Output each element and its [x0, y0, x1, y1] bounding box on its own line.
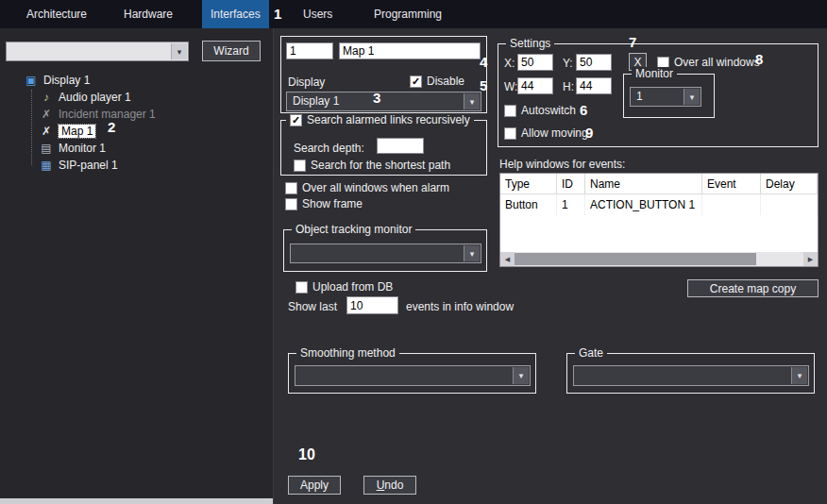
checkbox-unchecked-icon[interactable]	[504, 127, 516, 140]
annotation-2: 2	[108, 119, 115, 135]
tree-horizontal-scrollbar[interactable]	[0, 498, 273, 504]
column-header-event[interactable]: Event	[702, 174, 761, 193]
y-coordinate-field[interactable]	[576, 54, 612, 71]
disable-checkbox-label: Disable	[427, 75, 464, 88]
w-label: W:	[504, 80, 517, 93]
gate-combo[interactable]	[573, 365, 809, 386]
tree-item-label: Audio player 1	[59, 91, 131, 104]
search-depth-field[interactable]	[377, 138, 424, 154]
chevron-down-icon[interactable]	[171, 43, 187, 59]
monitor-combo-value: 1	[636, 90, 682, 103]
monitor-combo[interactable]: 1	[630, 87, 701, 107]
upload-from-db-label: Upload from DB	[312, 280, 393, 294]
column-header-id[interactable]: ID	[557, 174, 585, 193]
create-map-copy-button[interactable]: Create map copy	[687, 279, 819, 297]
show-frame-checkbox[interactable]: Show frame	[285, 197, 363, 210]
tree-item-audio-player-1[interactable]: Audio player 1	[25, 89, 266, 106]
annotation-5: 5	[480, 77, 487, 93]
object-tracking-combo[interactable]	[290, 244, 481, 263]
over-all-when-alarm-label: Over all windows when alarm	[302, 181, 449, 194]
height-field[interactable]	[576, 77, 612, 94]
shortest-path-checkbox[interactable]: Search for the shortest path	[294, 159, 450, 172]
app-window: Architecture Hardware Interfaces Users P…	[0, 0, 827, 504]
display-label: Display	[288, 76, 325, 89]
column-header-name[interactable]: Name	[585, 174, 702, 193]
autoswitch-checkbox[interactable]: Autoswitch	[504, 104, 576, 117]
checkbox-unchecked-icon[interactable]	[295, 281, 308, 294]
cell-id: 1	[557, 194, 585, 215]
tree-item-incident-manager-1[interactable]: Incident manager 1	[25, 106, 266, 123]
display-combo[interactable]: Display 1	[286, 92, 481, 111]
undo-rest: ndo	[384, 479, 403, 492]
monitor-groupbox: Monitor 1	[623, 74, 715, 118]
smoothing-method-groupbox: Smoothing method	[288, 353, 536, 394]
gate-group-title: Gate	[575, 346, 607, 361]
scroll-right-icon[interactable]	[803, 252, 818, 266]
show-frame-label: Show frame	[302, 197, 363, 210]
tab-bar: Architecture Hardware Interfaces Users P…	[0, 0, 827, 28]
tree-item-display-1[interactable]: Display 1	[25, 72, 266, 89]
shortest-path-label: Search for the shortest path	[311, 159, 450, 172]
identity-groupbox: Display Disable Display 1	[280, 36, 487, 113]
chevron-down-icon[interactable]	[791, 367, 807, 384]
column-header-delay[interactable]: Delay	[761, 174, 818, 193]
object-tracking-groupbox: Object tracking monitor	[283, 229, 487, 272]
checkbox-unchecked-icon[interactable]	[285, 198, 297, 210]
object-name-field[interactable]	[339, 42, 481, 59]
y-label: Y:	[563, 57, 573, 70]
checkbox-unchecked-icon[interactable]	[504, 105, 516, 117]
table-row[interactable]: Button 1 ACTION_BUTTON 1	[500, 194, 818, 215]
object-id-field[interactable]	[286, 42, 333, 59]
checkbox-unchecked-icon[interactable]	[294, 160, 306, 172]
column-header-type[interactable]: Type	[500, 174, 557, 193]
object-tracking-group-title: Object tracking monitor	[292, 223, 415, 237]
checkbox-checked-icon[interactable]	[410, 76, 422, 88]
allow-moving-checkbox[interactable]: Allow moving	[504, 126, 588, 140]
show-last-field[interactable]	[346, 296, 398, 314]
tree-item-monitor-1[interactable]: Monitor 1	[25, 140, 266, 157]
display-icon	[25, 74, 38, 87]
tab-hardware[interactable]: Hardware	[115, 0, 181, 28]
tab-users[interactable]: Users	[295, 0, 341, 28]
checkbox-checked-icon[interactable]	[290, 114, 302, 126]
events-in-info-window-label: events in info window	[406, 300, 514, 313]
undo-mnemonic: U	[377, 479, 385, 492]
object-select-combo[interactable]	[6, 42, 189, 61]
table-horizontal-scrollbar[interactable]	[500, 252, 818, 266]
chevron-down-icon[interactable]	[464, 245, 480, 261]
scrollbar-thumb[interactable]	[515, 253, 756, 265]
monitor-icon	[40, 142, 53, 155]
tree-item-sip-panel-1[interactable]: SIP-panel 1	[25, 157, 266, 174]
sip-panel-icon	[40, 159, 53, 172]
disable-checkbox[interactable]: Disable	[410, 75, 464, 88]
over-all-when-alarm-checkbox[interactable]: Over all windows when alarm	[285, 181, 449, 194]
x-coordinate-field[interactable]	[517, 54, 553, 71]
events-table-header: Type ID Name Event Delay	[500, 174, 818, 194]
tab-interfaces[interactable]: Interfaces	[202, 0, 269, 28]
search-alarmed-links-checkbox[interactable]: Search alarmed links recursively	[286, 113, 474, 126]
scroll-left-icon[interactable]	[500, 252, 515, 266]
checkbox-unchecked-icon[interactable]	[285, 182, 297, 194]
annotation-1: 1	[274, 6, 281, 22]
smoothing-method-combo[interactable]	[295, 365, 531, 386]
undo-button[interactable]: Undo	[363, 476, 416, 495]
tree-item-label: SIP-panel 1	[59, 159, 118, 172]
cell-name: ACTION_BUTTON 1	[585, 194, 702, 215]
settings-groupbox: Settings X: Y: X Over all windows W: H: …	[498, 43, 819, 147]
annotation-9: 9	[585, 125, 593, 141]
tab-programming[interactable]: Programming	[365, 0, 450, 28]
events-table: Type ID Name Event Delay Button 1 ACTION…	[499, 173, 819, 267]
wizard-button[interactable]: Wizard	[202, 41, 261, 61]
tab-architecture[interactable]: Architecture	[18, 0, 95, 28]
search-links-groupbox: Search alarmed links recursively Search …	[280, 120, 487, 176]
search-alarmed-links-label: Search alarmed links recursively	[307, 113, 470, 126]
tree-item-map-1[interactable]: Map 1	[25, 123, 266, 140]
allow-moving-label: Allow moving	[521, 126, 588, 140]
chevron-down-icon[interactable]	[464, 93, 480, 109]
width-field[interactable]	[517, 77, 553, 94]
chevron-down-icon[interactable]	[513, 367, 529, 384]
apply-button[interactable]: Apply	[288, 476, 341, 495]
upload-from-db-checkbox[interactable]: Upload from DB	[295, 280, 393, 294]
over-all-windows-label: Over all windows	[674, 56, 760, 69]
chevron-down-icon[interactable]	[684, 89, 700, 105]
